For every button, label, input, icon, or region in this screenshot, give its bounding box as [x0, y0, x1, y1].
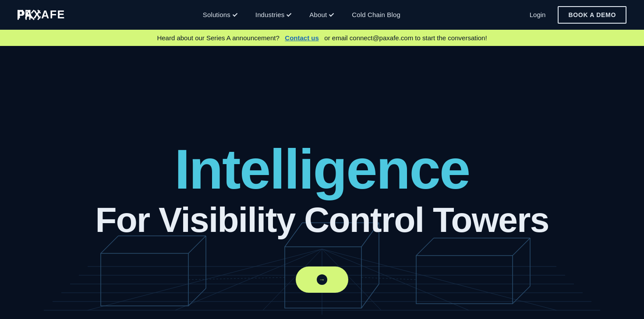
svg-line-40: [513, 238, 530, 256]
svg-line-25: [322, 249, 556, 310]
chevron-down-icon: [233, 11, 237, 16]
svg-line-19: [88, 249, 322, 310]
nav-link-industries[interactable]: Industries: [248, 7, 299, 22]
paxafe-logo: PAXAFE: [18, 9, 79, 21]
nav-link-about[interactable]: About: [302, 7, 341, 22]
chevron-down-icon: [329, 11, 334, 16]
nav-item-blog[interactable]: Cold Chain Blog: [345, 7, 407, 22]
nav-item-solutions[interactable]: Solutions: [196, 7, 245, 22]
hero-cta-wrapper: →: [296, 266, 348, 293]
svg-rect-38: [416, 256, 513, 304]
nav-link-solutions[interactable]: Solutions: [196, 7, 245, 22]
svg-line-39: [416, 238, 434, 256]
svg-rect-26: [101, 253, 188, 306]
book-demo-button[interactable]: BOOK A DEMO: [558, 6, 626, 24]
nav-right: Login BOOK A DEMO: [524, 6, 626, 24]
svg-line-35: [361, 284, 379, 308]
svg-line-45: [361, 277, 416, 280]
hero-title-line1: Intelligence: [95, 141, 548, 197]
hero-section: Intelligence For Visibility Control Towe…: [0, 0, 644, 319]
chevron-down-icon: [287, 11, 291, 16]
login-link[interactable]: Login: [524, 7, 551, 22]
nav-links: Solutions Industries About Cold Chain Bl…: [196, 7, 407, 22]
banner-text-before: Heard about our Series A announcement?: [157, 34, 279, 42]
nav-item-industries[interactable]: Industries: [248, 7, 299, 22]
logo[interactable]: PAXAFE: [18, 9, 79, 21]
announcement-banner: Heard about our Series A announcement? C…: [0, 30, 644, 46]
banner-contact-link[interactable]: Contact us: [285, 34, 319, 42]
nav-item-about[interactable]: About: [302, 7, 341, 22]
svg-line-44: [188, 277, 285, 280]
hero-content: Intelligence For Visibility Control Towe…: [95, 141, 548, 239]
arrow-right-icon: →: [317, 274, 327, 285]
svg-line-29: [188, 288, 206, 306]
navbar: PAXAFE Solutions Industries About Cold C…: [0, 0, 644, 30]
hero-title-line2: For Visibility Control Towers: [95, 201, 548, 239]
hero-cta-button[interactable]: →: [296, 266, 348, 293]
svg-text:PAXAFE: PAXAFE: [18, 9, 65, 21]
nav-link-blog[interactable]: Cold Chain Blog: [345, 7, 407, 22]
banner-text-after: or email connect@paxafe.com to start the…: [324, 34, 487, 42]
